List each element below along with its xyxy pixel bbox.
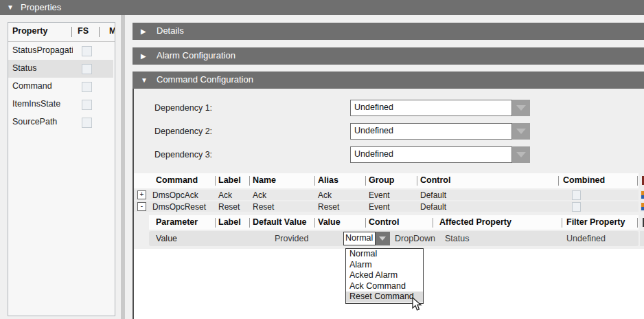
fs-checkbox[interactable] [82,82,92,92]
command-configuration-content: Dependency 1: Undefined Dependency 2: Un… [133,89,644,319]
panel-splitter[interactable] [121,15,125,319]
property-name: SourcePath [12,117,73,126]
collapse-minus-icon[interactable]: - [137,202,146,211]
cell-group: Event [369,202,390,212]
col-affected-property: Affected Property [439,217,511,227]
command-row-dmsopcreset[interactable]: - DmsOpcReset Reset Reset Reset Event De… [134,201,639,212]
dependency-3-dropdown[interactable]: Undefined [350,146,530,163]
dependency-1-label: Dependency 1: [154,103,212,113]
col-combined: Combined [563,175,605,185]
cell-label: Ack [218,190,232,200]
dependency-1-dropdown[interactable]: Undefined [350,100,530,116]
column-divider [249,218,250,228]
cell-alias: Ack [318,190,332,200]
clipped-icon [641,191,644,199]
cell-affected-property: Status [445,234,469,243]
column-divider [365,218,366,228]
column-divider [562,218,562,228]
property-grid-header: Property FS M [8,23,115,42]
expand-triangle-icon: ▶ [141,51,146,61]
titlebar-label: Properties [21,2,61,12]
parameter-row-value[interactable]: Value Provided Normal DropDown Status Un… [149,231,639,246]
expand-plus-icon[interactable]: + [137,190,146,199]
cell-control: Default [420,190,446,200]
parameter-table-header: Parameter Label Default Value Value Cont… [149,215,639,230]
dropdown-value: Normal [345,233,373,243]
col-alias: Alias [318,175,338,185]
column-divider [215,218,216,228]
dropdown-option-alarm[interactable]: Alarm [346,260,423,271]
col-control: Control [420,175,450,185]
dropdown-value: Undefined [354,102,393,112]
combined-checkbox[interactable] [572,202,581,212]
section-label: Details [157,25,184,36]
dropdown-button[interactable] [376,232,390,245]
section-header-details[interactable]: ▶ Details [133,23,644,40]
section-label: Alarm Configuration [157,50,235,60]
column-header-fs: FS [78,26,89,36]
col-parameter: Parameter [156,217,198,227]
dropdown-value: Undefined [354,149,393,159]
fs-checkbox[interactable] [82,64,92,74]
column-divider [314,176,315,186]
cell-command: DmsOpcAck [152,190,198,200]
property-row-sourcepath[interactable]: SourcePath [8,113,113,131]
column-divider [433,218,433,228]
cell-command: DmsOpcReset [152,202,206,212]
section-header-command-configuration[interactable]: ▼ Command Configuration [133,72,644,89]
fs-checkbox[interactable] [82,46,92,56]
cell-parameter: Value [156,234,177,243]
chevron-down-icon [516,152,526,157]
dropdown-option-acked-alarm[interactable]: Acked Alarm [346,270,423,281]
column-divider [558,176,559,186]
cell-alias: Reset [318,202,339,212]
property-name: StatusPropagation [12,45,73,55]
collapse-triangle-icon: ▼ [7,3,14,12]
cell-control: DropDown [395,234,435,243]
properties-titlebar[interactable]: ▼ Properties [0,0,644,15]
dropdown-button[interactable] [512,123,530,140]
column-divider [99,27,100,37]
value-dropdown[interactable]: Normal [343,232,390,245]
section-header-alarm-configuration[interactable]: ▶ Alarm Configuration [133,47,644,65]
column-header-property: Property [12,26,47,36]
fs-checkbox[interactable] [82,100,92,110]
dependency-3-label: Dependency 3: [154,150,212,160]
cell-default-value: Provided [275,234,308,243]
cell-filter-property: Undefined [566,234,606,243]
dependency-2-label: Dependency 2: [154,126,212,136]
section-label: Command Configuration [157,74,253,85]
column-divider [71,27,72,37]
column-divider [637,218,638,228]
col-label: Label [218,175,241,185]
col-control: Control [369,217,399,227]
combined-checkbox[interactable] [572,190,581,200]
mouse-cursor [412,297,423,315]
dropdown-option-ack-command[interactable]: Ack Command [346,281,423,292]
col-name: Name [253,175,276,185]
chevron-down-icon [516,129,526,134]
column-divider [249,176,250,186]
command-row-dmsopcack[interactable]: + DmsOpcAck Ack Ack Ack Event Default [134,190,639,200]
clipped-icon [641,203,644,210]
property-row-status[interactable]: Status [8,60,113,78]
column-divider [314,218,315,228]
property-grid: Property FS M StatusPropagation Status C… [8,22,115,316]
col-command: Command [156,175,198,185]
dropdown-option-normal[interactable]: Normal [346,249,423,260]
property-name: Command [12,81,73,91]
dependency-2-dropdown[interactable]: Undefined [350,123,530,140]
property-row-command[interactable]: Command [8,78,113,96]
cell-label: Reset [218,202,240,212]
dropdown-button[interactable] [512,146,530,163]
dropdown-button[interactable] [512,100,530,116]
cell-group: Event [369,190,390,200]
cell-name: Reset [253,202,274,212]
cell-name: Ack [253,190,266,200]
dropdown-value: Undefined [354,126,393,135]
property-row-iteminsstate[interactable]: ItemInsState [8,96,113,113]
fs-checkbox[interactable] [82,118,92,128]
property-name: ItemInsState [12,99,73,109]
property-row-statuspropagation[interactable]: StatusPropagation [8,42,113,60]
property-name: Status [12,63,73,73]
